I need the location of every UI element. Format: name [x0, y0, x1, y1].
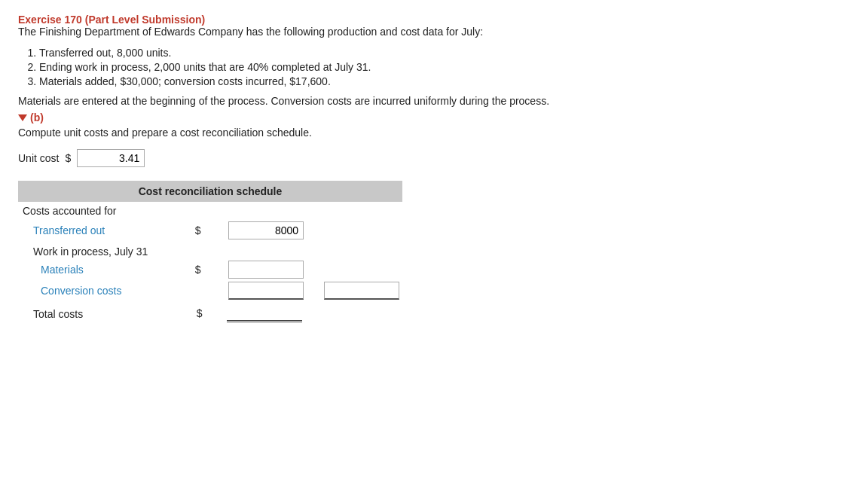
- transferred-out-value-cell: [209, 220, 307, 241]
- transferred-out-label: Transferred out: [18, 220, 192, 241]
- materials-label: Materials: [18, 259, 192, 280]
- conversion-right-cell: [307, 280, 402, 301]
- total-costs-input[interactable]: [227, 304, 302, 322]
- cost-reconciliation-table: Cost reconciliation schedule Costs accou…: [18, 181, 402, 325]
- materials-row: Materials $: [18, 259, 402, 280]
- materials-input-cell: [209, 259, 307, 280]
- unit-cost-dollar: $: [65, 152, 71, 164]
- total-input-cell: [209, 301, 307, 325]
- conversion-left-cell: [209, 280, 307, 301]
- page-container: Exercise 170 (Part Level Submission) The…: [18, 14, 850, 325]
- triangle-icon: [18, 114, 27, 121]
- note-text: Materials are entered at the beginning o…: [18, 95, 850, 107]
- production-list: Transferred out, 8,000 units. Ending wor…: [39, 47, 850, 87]
- schedule-header: Cost reconciliation schedule: [18, 181, 402, 202]
- unit-cost-row: Unit cost $: [18, 149, 850, 167]
- list-item-3: Materials added, $30,000; conversion cos…: [39, 75, 850, 87]
- unit-cost-label: Unit cost: [18, 152, 59, 164]
- unit-cost-input[interactable]: [77, 149, 145, 167]
- wip-label-text: Work in process, July 31: [18, 241, 402, 259]
- part-label-row: (b): [18, 111, 850, 124]
- conversion-costs-input-right[interactable]: [324, 282, 399, 300]
- total-dollar: $: [192, 301, 209, 325]
- conversion-costs-label: Conversion costs: [18, 280, 192, 301]
- transferred-out-dollar: $: [192, 220, 209, 241]
- costs-accounted-label: Costs accounted for: [18, 202, 402, 220]
- conversion-costs-input-left[interactable]: [228, 282, 304, 300]
- list-item-2: Ending work in process, 2,000 units that…: [39, 61, 850, 73]
- materials-dollar: $: [192, 259, 209, 280]
- wip-row: Work in process, July 31: [18, 241, 402, 259]
- title-line: Exercise 170 (Part Level Submission): [18, 14, 850, 26]
- materials-input[interactable]: [228, 261, 304, 279]
- total-costs-label: Total costs: [18, 301, 192, 325]
- transferred-out-row: Transferred out $: [18, 220, 402, 241]
- intro-text: The Finishing Department of Edwards Comp…: [18, 26, 850, 38]
- part-label-text: (b): [30, 111, 44, 124]
- transferred-out-input[interactable]: [228, 221, 304, 239]
- list-item-1: Transferred out, 8,000 units.: [39, 47, 850, 59]
- total-costs-row: Total costs $: [18, 301, 402, 325]
- costs-accounted-row: Costs accounted for: [18, 202, 402, 220]
- exercise-title[interactable]: Exercise 170 (Part Level Submission): [18, 14, 205, 26]
- conversion-costs-row: Conversion costs: [18, 280, 402, 301]
- compute-text: Compute unit costs and prepare a cost re…: [18, 127, 850, 139]
